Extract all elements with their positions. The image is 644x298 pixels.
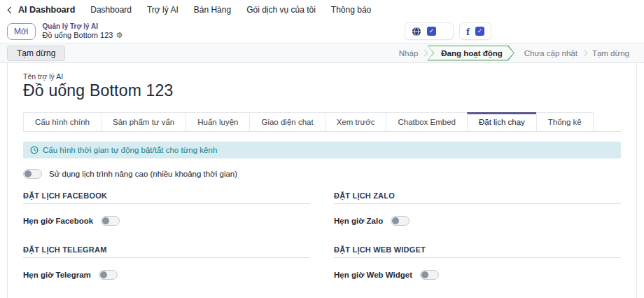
breadcrumb-current-label: Đồ uống Bottom 123 xyxy=(43,31,113,40)
zalo-timer-label: Hẹn giờ Zalo xyxy=(334,217,383,225)
clock-icon xyxy=(30,146,38,154)
telegram-timer-label: Hẹn giờ Telegram xyxy=(23,271,91,279)
breadcrumb-parent-link[interactable]: Quản lý Trợ lý AI xyxy=(43,22,123,31)
action-bar: Tạm dừng Nháp Đang hoạt động Chưa cập nh… xyxy=(0,43,644,63)
new-button[interactable]: Mới xyxy=(7,23,36,40)
status-dang-hoat-dong[interactable]: Đang hoạt động xyxy=(427,46,514,61)
schedule-info-banner: Cấu hình thời gian tự động bật/tắt cho t… xyxy=(23,142,621,158)
back-chevron-icon xyxy=(8,6,15,13)
facebook-timer-toggle[interactable] xyxy=(101,216,120,226)
section-title-facebook: ĐẶT LỊCH FACEBOOK xyxy=(23,191,310,204)
tab-giao-dien-chat[interactable]: Giao diện chat xyxy=(249,112,325,131)
web-widget-timer-label: Hẹn giờ Web Widget xyxy=(334,271,412,279)
web-widget-timer-toggle[interactable] xyxy=(420,270,439,280)
nav-item-goi-dich-vu[interactable]: Gói dịch vụ của tôi xyxy=(246,5,316,15)
pause-button[interactable]: Tạm dừng xyxy=(7,46,65,61)
header-row: Mới Quản lý Trợ lý AI Đồ uống Bottom 123… xyxy=(0,20,644,43)
nav-item-tro-ly-ai[interactable]: Trợ lý AI xyxy=(147,5,178,15)
status-chua-cap-nhat[interactable]: Chưa cập nhật xyxy=(517,47,585,60)
nav-item-thong-bao[interactable]: Thông báo xyxy=(331,5,371,15)
status-bar: Nháp Đang hoạt động Chưa cập nhật Tạm dừ… xyxy=(391,46,637,61)
tab-san-pham-tu-van[interactable]: Sản phẩm tư vấn xyxy=(101,112,186,131)
breadcrumb: Quản lý Trợ lý AI Đồ uống Bottom 123 ⚙ xyxy=(43,22,123,39)
zalo-timer-toggle[interactable] xyxy=(391,216,410,226)
back-button[interactable]: AI Dashboard xyxy=(8,5,75,15)
schedule-sections-grid: ĐẶT LỊCH FACEBOOK Hẹn giờ Facebook ĐẶT L… xyxy=(23,191,621,280)
section-telegram: ĐẶT LỊCH TELEGRAM Hẹn giờ Telegram xyxy=(23,245,310,280)
globe-icon xyxy=(412,27,421,36)
facebook-timer-label: Hẹn giờ Facebook xyxy=(23,217,93,225)
channel-check-cards: ✓ f ✓ xyxy=(405,22,491,40)
app-title: AI Dashboard xyxy=(18,5,75,15)
section-zalo: ĐẶT LỊCH ZALO Hẹn giờ Zalo xyxy=(334,191,621,226)
tab-thong-ke[interactable]: Thống kê xyxy=(536,112,594,131)
top-nav: AI Dashboard Dashboard Trợ lý AI Bán Hàn… xyxy=(0,0,644,20)
telegram-timer-toggle[interactable] xyxy=(99,270,118,280)
advanced-schedule-label: Sử dụng lịch trình nâng cao (nhiều khoản… xyxy=(49,170,237,178)
web-widget-checkbox[interactable]: ✓ xyxy=(427,27,436,36)
tab-chatbox-embed[interactable]: Chatbox Embed xyxy=(386,112,467,131)
advanced-schedule-toggle[interactable] xyxy=(23,169,42,179)
breadcrumb-current: Đồ uống Bottom 123 ⚙ xyxy=(43,31,123,40)
web-widget-check-card[interactable]: ✓ xyxy=(405,22,454,40)
section-title-telegram: ĐẶT LỊCH TELEGRAM xyxy=(23,245,310,258)
section-facebook: ĐẶT LỊCH FACEBOOK Hẹn giờ Facebook xyxy=(23,191,310,226)
tab-bar: Cấu hình chính Sản phẩm tư vấn Huấn luyệ… xyxy=(23,112,621,132)
nav-item-ban-hang[interactable]: Bán Hàng xyxy=(194,5,231,15)
facebook-checkbox[interactable]: ✓ xyxy=(475,27,484,36)
facebook-icon: f xyxy=(466,27,470,36)
section-title-zalo: ĐẶT LỊCH ZALO xyxy=(334,191,621,204)
tab-huan-luyen[interactable]: Huấn luyện xyxy=(186,112,250,131)
nav-item-dashboard[interactable]: Dashboard xyxy=(90,5,132,15)
gear-icon[interactable]: ⚙ xyxy=(115,31,122,40)
section-title-web-widget: ĐẶT LỊCH WEB WIDGET xyxy=(334,245,621,258)
assistant-name-title: Đồ uống Bottom 123 xyxy=(23,81,621,100)
tab-dat-lich-chay[interactable]: Đặt lịch chạy xyxy=(467,112,537,131)
facebook-check-card[interactable]: f ✓ xyxy=(459,22,491,40)
tab-cau-hinh-chinh[interactable]: Cấu hình chính xyxy=(23,112,102,131)
tab-xem-truoc[interactable]: Xem trước xyxy=(325,112,387,131)
advanced-schedule-row: Sử dụng lịch trình nâng cao (nhiều khoản… xyxy=(23,169,621,179)
name-field-label: Tên trợ lý AI xyxy=(23,72,621,81)
status-active-label: Đang hoạt động xyxy=(428,46,514,60)
banner-text: Cấu hình thời gian tự động bật/tắt cho t… xyxy=(43,146,217,154)
status-tam-dung[interactable]: Tạm dừng xyxy=(584,47,637,60)
section-web-widget: ĐẶT LỊCH WEB WIDGET Hẹn giờ Web Widget xyxy=(334,245,621,280)
form-sheet: Tên trợ lý AI Đồ uống Bottom 123 Cấu hìn… xyxy=(7,63,637,298)
